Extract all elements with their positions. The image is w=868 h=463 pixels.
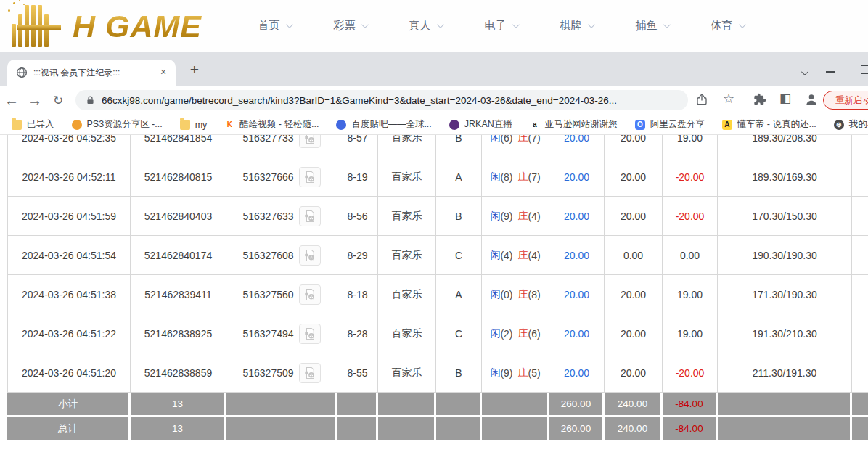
cell-valid-amount: 20.00 [605, 275, 663, 314]
bet-record-table: 2024-03-26 04:52:35 521462841854 5163277… [7, 135, 868, 442]
table-row: 2024-03-26 04:51:20 521462838859 5163275… [7, 353, 868, 393]
video-replay-button[interactable] [299, 324, 321, 344]
cell-trailing [852, 197, 868, 236]
cell-bet-amount: 20.00 [549, 275, 605, 314]
bookmark-label: JRKAN直播 [464, 118, 512, 131]
bookmark-item[interactable]: 已导入 [12, 118, 54, 131]
cell-valid-amount: 20.00 [605, 353, 663, 393]
bookmark-item[interactable]: 百度贴吧——全球... [336, 118, 431, 131]
film-document-icon [303, 249, 316, 262]
banker-label: 庄 [518, 288, 528, 301]
new-tab-button[interactable]: + [184, 60, 205, 81]
player-label: 闲 [490, 249, 500, 262]
bookmark-label: 我的小站-云盘资源 [849, 118, 868, 131]
profile-avatar-icon[interactable] [804, 92, 819, 110]
cell-bet-amount: 20.00 [549, 236, 605, 275]
player-points: (6) [500, 135, 512, 144]
bookmark-icon: K [224, 120, 234, 130]
site-logo[interactable]: H GAME [12, 4, 202, 49]
table-row: 2024-03-26 04:52:35 521462841854 5163277… [7, 135, 868, 157]
cell-valid-amount: 20.00 [605, 197, 663, 236]
cell-game-number: 516327633 [226, 197, 337, 236]
bookmark-item[interactable]: ⊕ 我的小站-云盘资源 [834, 118, 868, 131]
cell-win-loss: -20.00 [663, 157, 718, 197]
nav-item-label: 棋牌 [560, 19, 582, 33]
cell-trailing [852, 353, 868, 393]
cell-bet-amount: 20.00 [549, 135, 605, 157]
summary-winloss-total: -84.00 [663, 417, 718, 442]
cell-bet-amount: 20.00 [549, 157, 605, 197]
cell-game-number: 516327608 [226, 236, 337, 275]
video-replay-button[interactable] [299, 135, 321, 148]
video-replay-button[interactable] [299, 206, 321, 226]
restart-browser-button[interactable]: 重新启动即可 [823, 91, 868, 110]
address-bar[interactable]: 66cxkj98.com/game/betrecord_search/kind3… [75, 90, 688, 110]
share-icon[interactable] [695, 93, 708, 109]
player-label: 闲 [490, 210, 500, 223]
game-number: 516327633 [242, 210, 293, 222]
banker-label: 庄 [518, 327, 528, 340]
cell-balance: 171.30/190.30 [718, 275, 852, 314]
window-minimize-button[interactable] [826, 71, 835, 73]
window-maximize-button[interactable] [861, 65, 868, 74]
cell-game-type: 百家乐 [378, 314, 436, 353]
tab-search-chevron-icon[interactable] [795, 65, 806, 78]
nav-item[interactable]: 首页 [237, 0, 312, 51]
cell-balance: 211.30/191.30 [718, 353, 852, 393]
cell-order-number: 521462840815 [131, 157, 226, 197]
bookmark-item[interactable]: K 酷绘视频 - 轻松随... [224, 118, 319, 131]
bookmark-item[interactable]: A 懂车帝 - 说真的还... [722, 118, 816, 131]
video-replay-button[interactable] [299, 167, 321, 187]
player-points: (9) [500, 210, 512, 222]
table-row: 2024-03-26 04:51:38 521462839411 5163275… [7, 275, 868, 314]
nav-item[interactable]: 电子 [463, 0, 539, 51]
banker-points: (5) [528, 367, 541, 379]
cell-result-letter: C [436, 314, 482, 353]
bookmark-icon: ⊕ [834, 120, 844, 130]
chevron-down-icon [587, 21, 594, 28]
side-panel-icon[interactable]: ◧ [779, 91, 791, 106]
film-document-icon [303, 366, 316, 380]
cell-balance: 170.30/150.30 [718, 197, 852, 236]
chevron-down-icon [738, 21, 745, 28]
video-replay-button[interactable] [299, 245, 321, 266]
cell-game-number: 516327509 [226, 353, 337, 393]
banker-label: 庄 [518, 171, 528, 184]
cell-bet-content: 闲(2)庄(6) [482, 314, 549, 353]
bookmark-item[interactable]: a 亚马逊网站谢谢您 [530, 118, 618, 131]
cell-table-number: 8-28 [337, 314, 378, 353]
nav-item[interactable]: 捕鱼 [614, 0, 689, 51]
browser-tab[interactable]: :::视讯 会员下注纪录::: × [7, 60, 176, 86]
cell-bet-time: 2024-03-26 04:51:22 [7, 314, 131, 353]
cell-order-number: 521462841854 [131, 135, 226, 157]
tab-close-icon[interactable]: × [157, 66, 170, 79]
video-replay-button[interactable] [299, 284, 321, 305]
nav-item[interactable]: 体育 [689, 0, 765, 51]
nav-item[interactable]: 真人 [388, 0, 463, 51]
back-button[interactable]: ← [0, 92, 23, 109]
cell-trailing [852, 157, 868, 197]
chevron-down-icon [361, 21, 368, 28]
cell-table-number: 8-19 [337, 157, 378, 197]
cell-bet-amount: 20.00 [549, 353, 605, 393]
bookmark-item[interactable]: my [180, 120, 208, 130]
forward-button[interactable]: → [23, 92, 46, 109]
cell-result-letter: B [436, 197, 482, 236]
game-number: 516327560 [242, 289, 293, 300]
banker-points: (7) [528, 135, 541, 144]
video-replay-button[interactable] [299, 363, 321, 383]
reload-button[interactable]: ↻ [46, 93, 70, 108]
bookmark-item[interactable]: JRKAN直播 [449, 118, 512, 131]
cell-order-number: 521462838859 [131, 353, 226, 393]
summary-count: 13 [131, 393, 226, 417]
cell-bet-amount: 20.00 [549, 197, 605, 236]
bookmark-item[interactable]: O 阿里云盘分享 [635, 118, 705, 131]
bookmark-star-icon[interactable]: ☆ [723, 91, 734, 107]
nav-item[interactable]: 棋牌 [539, 0, 614, 51]
extensions-puzzle-icon[interactable] [753, 93, 766, 109]
cell-table-number: 8-29 [337, 236, 378, 275]
bookmark-item[interactable]: PS3资源分享区 -... [72, 118, 163, 131]
nav-item[interactable]: 彩票 [312, 0, 388, 51]
cell-valid-amount: 20.00 [605, 157, 663, 197]
game-number: 516327733 [242, 135, 293, 144]
